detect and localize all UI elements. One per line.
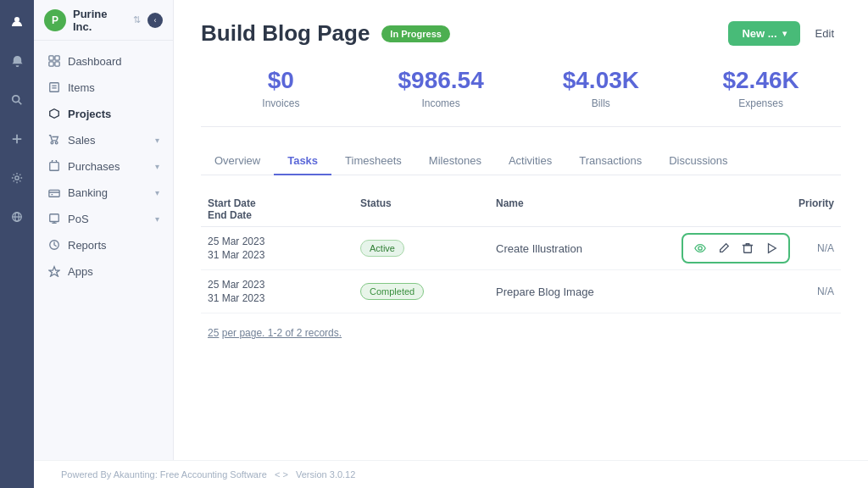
edit-button[interactable]: Edit [809, 21, 841, 46]
tab-milestones[interactable]: Milestones [415, 147, 495, 175]
user-icon[interactable] [5, 10, 29, 34]
reports-icon [47, 238, 61, 252]
stat-incomes: $986.54 Incomes [361, 67, 521, 109]
table-row: 25 Mar 2023 31 Mar 2023 Active Create Il… [201, 227, 841, 270]
table-header: Start Date End Date Status Name Priority [201, 192, 841, 227]
pagination: 25 per page. 1-2 of 2 records. [201, 313, 841, 352]
completed-badge: Completed [360, 283, 424, 300]
tab-activities[interactable]: Activities [495, 147, 565, 175]
row1-priority: N/A [715, 242, 834, 254]
footer-text: Powered By Akaunting: Free Accounting So… [61, 469, 267, 480]
page-title: Build Blog Page [201, 20, 370, 47]
tab-bar: Overview Tasks Timesheets Milestones Act… [201, 147, 841, 175]
row-action-icons [682, 233, 790, 263]
sidebar-item-projects[interactable]: Projects [37, 101, 170, 126]
svg-line-2 [19, 102, 22, 105]
stat-value-bills: $4.03K [521, 67, 682, 94]
sidebar-item-label: Banking [68, 186, 148, 199]
svg-rect-18 [50, 214, 59, 222]
svg-point-22 [698, 247, 702, 250]
tab-tasks[interactable]: Tasks [274, 147, 331, 175]
stat-value-incomes: $986.54 [361, 67, 521, 94]
sidebar-item-label: Items [68, 81, 159, 94]
gear-icon[interactable] [5, 166, 29, 190]
tab-discussions[interactable]: Discussions [655, 147, 741, 175]
svg-point-14 [51, 141, 53, 144]
sidebar-menu: Dashboard Items Projects Sales ▾ [34, 41, 173, 488]
sidebar-item-label: Purchases [68, 160, 148, 173]
sidebar-item-dashboard[interactable]: Dashboard [37, 48, 170, 74]
main-content: Build Blog Page In Progress New ... ▾ Ed… [174, 0, 868, 488]
stats-row: $0 Invoices $986.54 Incomes $4.03K Bills… [201, 67, 841, 127]
svg-rect-23 [744, 246, 752, 253]
chevron-down-icon: ▾ [782, 29, 787, 38]
pos-icon [47, 212, 61, 225]
sidebar-item-items[interactable]: Items [37, 75, 170, 100]
svg-rect-16 [50, 163, 59, 171]
apps-icon [47, 264, 61, 278]
col-header-priority: Priority [715, 197, 834, 221]
edit-icon[interactable] [714, 238, 734, 258]
sidebar-item-sales[interactable]: Sales ▾ [37, 127, 170, 152]
svg-rect-17 [49, 190, 59, 197]
status-badge: In Progress [381, 25, 450, 42]
sidebar-header: P Purine Inc. ⇅ ‹ [34, 0, 173, 41]
play-icon[interactable] [761, 238, 782, 258]
sidebar-item-label: PoS [68, 213, 148, 225]
banking-icon [47, 186, 61, 199]
tab-timesheets[interactable]: Timesheets [331, 147, 415, 175]
bell-icon[interactable] [5, 49, 29, 73]
purchases-icon [47, 159, 61, 173]
globe-icon[interactable] [5, 205, 29, 229]
sidebar-item-label: Projects [68, 108, 159, 120]
stat-invoices: $0 Invoices [201, 67, 361, 109]
chevron-down-icon: ▾ [155, 214, 159, 224]
sidebar-item-banking[interactable]: Banking ▾ [37, 180, 170, 205]
page-header: Build Blog Page In Progress New ... ▾ Ed… [201, 20, 841, 47]
stat-value-expenses: $2.46K [681, 67, 841, 94]
stat-bills: $4.03K Bills [521, 67, 682, 109]
nav-circle[interactable]: ‹ [147, 13, 163, 28]
row2-status: Completed [360, 283, 496, 300]
chevron-down-icon: ▾ [155, 136, 159, 145]
header-actions: New ... ▾ Edit [728, 21, 841, 46]
col-header-status: Status [360, 197, 496, 221]
stat-label-incomes: Incomes [361, 97, 521, 109]
new-button-label: New ... [742, 27, 776, 40]
svg-point-15 [55, 141, 58, 144]
sales-icon [47, 133, 61, 147]
row1-start-date: 25 Mar 2023 [208, 236, 360, 247]
svg-rect-7 [49, 56, 53, 60]
sidebar-item-label: Dashboard [68, 55, 159, 68]
view-icon[interactable] [690, 238, 710, 258]
tab-overview[interactable]: Overview [201, 147, 274, 175]
row1-date: 25 Mar 2023 31 Mar 2023 [208, 236, 360, 261]
svg-rect-9 [49, 62, 53, 66]
dashboard-icon [47, 54, 61, 68]
svg-point-3 [15, 176, 19, 180]
stat-expenses: $2.46K Expenses [681, 67, 841, 109]
footer-version: Version 3.0.12 [296, 469, 355, 480]
delete-icon[interactable] [737, 238, 758, 258]
sidebar: P Purine Inc. ⇅ ‹ Dashboard Items Projec… [34, 0, 174, 488]
icon-strip [0, 0, 34, 488]
per-page: 25 [208, 327, 219, 339]
sidebar-item-apps[interactable]: Apps [37, 258, 170, 284]
search-icon[interactable] [5, 88, 29, 112]
sidebar-item-reports[interactable]: Reports [37, 232, 170, 258]
sidebar-item-purchases[interactable]: Purchases ▾ [37, 153, 170, 179]
stat-label-expenses: Expenses [681, 97, 841, 109]
code-icon: < > [275, 469, 288, 480]
new-button[interactable]: New ... ▾ [728, 21, 799, 46]
stat-label-invoices: Invoices [201, 97, 361, 109]
plus-icon[interactable] [5, 127, 29, 151]
sidebar-item-label: Sales [68, 134, 148, 147]
sidebar-item-pos[interactable]: PoS ▾ [37, 206, 170, 231]
sort-icon: ⇅ [133, 14, 141, 25]
row2-start-date: 25 Mar 2023 [208, 279, 360, 291]
col-header-name: Name [496, 197, 715, 221]
chevron-down-icon: ▾ [155, 162, 159, 171]
table-row: 25 Mar 2023 31 Mar 2023 Completed Prepar… [201, 270, 841, 313]
tab-transactions[interactable]: Transactions [565, 147, 655, 175]
tasks-table: Start Date End Date Status Name Priority… [201, 192, 841, 313]
